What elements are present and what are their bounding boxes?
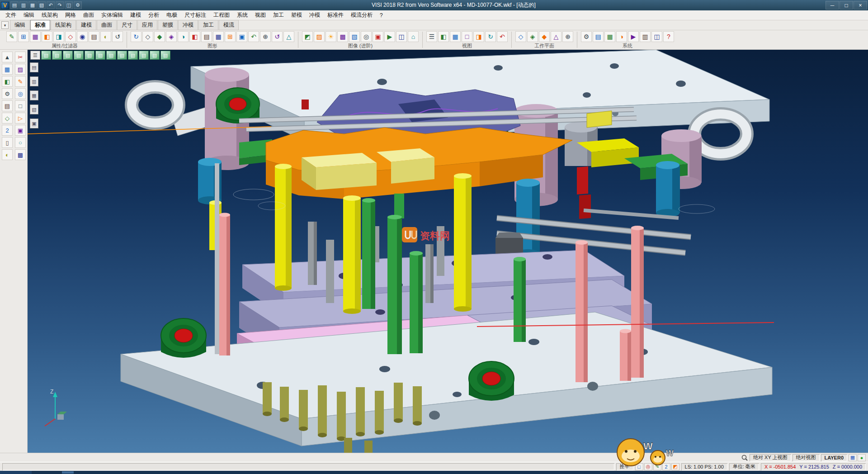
guide-bushing-bottom-left[interactable] [161,318,206,358]
workbench-tab[interactable]: 应用 [137,20,157,30]
workbench-tab[interactable]: 尺寸 [117,20,137,30]
grid-status-icon[interactable]: ▦ [849,454,857,461]
measure-icon[interactable]: ◇ [2,113,13,123]
blank-sheet-icon[interactable]: □ [15,100,26,111]
cube-back-icon[interactable]: ▧ [85,51,94,60]
hidden-line-icon[interactable]: ◈ [166,31,177,42]
menu-item[interactable]: 曲面 [80,10,98,20]
menu-item[interactable]: 系统 [233,10,251,20]
open-folder-icon[interactable]: ▥ [19,1,28,9]
grid-toggle-icon[interactable]: ▦ [213,31,224,42]
redraw-icon[interactable]: ↻ [131,31,142,42]
filter-surface-icon[interactable]: ◨ [53,31,64,42]
filter-wireframe-icon[interactable]: ◇ [65,31,76,42]
filter-solid-icon[interactable]: ◧ [42,31,52,42]
active-layer-cell[interactable]: LAYER0 [821,454,847,461]
view-list-icon[interactable]: ☰ [426,31,437,42]
workbench-tab[interactable]: 塑膜 [158,20,178,30]
view-front-icon[interactable]: □ [462,31,472,42]
shaded-view-icon[interactable]: ◆ [154,31,165,42]
new-document-icon[interactable]: ▤ [10,1,19,9]
workplane-xy-icon[interactable]: ◇ [515,31,526,42]
workbench-tab[interactable]: 建模 [76,20,96,30]
view-menu-icon[interactable]: ☰ [30,51,40,60]
ejector-pins-olive[interactable] [263,382,422,453]
undo-icon[interactable]: ↶ [47,1,55,9]
menu-item[interactable]: 线架构 [38,10,61,20]
menu-item[interactable]: 模流分析 [347,10,376,20]
pan-view-icon[interactable]: ⊕ [260,31,271,42]
workbench-tab[interactable]: 线架构 [51,20,76,30]
cube-top-icon[interactable]: ▧ [52,51,62,60]
menu-item[interactable]: 网格 [61,10,80,20]
notes-icon[interactable]: ▣ [15,125,26,136]
system-settings-icon[interactable]: ⚙ [581,31,592,42]
command-prompt-field[interactable] [2,463,614,470]
filter-color-icon[interactable]: ◐ [100,31,111,42]
workbench-tab[interactable]: 标准 [30,20,50,30]
menu-item[interactable]: 分析 [145,10,163,20]
connection-ok-icon[interactable]: ● [858,454,866,461]
select-icon[interactable]: ▲ [2,52,13,62]
erase-icon[interactable]: ▨ [15,64,26,75]
workspace-icon[interactable]: ◫ [65,1,73,9]
menu-item[interactable]: 电极 [163,10,181,20]
view-iso-icon[interactable]: ◧ [438,31,449,42]
menu-item[interactable]: 视图 [251,10,269,20]
workbench-tab[interactable]: 冲模 [178,20,198,30]
menu-item[interactable]: 标准件 [324,10,347,20]
menu-item[interactable]: 文件 [2,10,20,20]
minimize-button[interactable]: ─ [826,1,839,9]
section-view-icon[interactable]: ◧ [189,31,200,42]
render-icon[interactable]: ◩ [302,31,313,42]
database-icon[interactable]: ▥ [640,31,651,42]
iso-cube-icon[interactable]: ◧ [2,76,13,87]
clipboard-properties-icon[interactable]: ▤ [30,62,38,72]
cube-front-icon[interactable]: ▧ [74,51,84,60]
tab-overflow-button[interactable]: ▾ [1,21,9,29]
attribute-copy-icon[interactable]: ⊞ [18,31,29,42]
eye-bolt-left[interactable] [132,87,210,136]
mold-assembly-model[interactable]: 资料网 Z [28,50,868,453]
workplane-yz-icon[interactable]: ◈ [527,31,538,42]
cube-se-iso-icon[interactable]: ▧ [128,51,138,60]
trim-scissors-icon[interactable]: ✂ [15,52,26,62]
options-gear-icon[interactable]: ⚙ [74,1,82,9]
clipboard-copy-icon[interactable]: ▧ [30,104,38,114]
workbench-tab[interactable]: 曲面 [97,20,117,30]
filter-elements-icon[interactable]: ▦ [30,31,41,42]
transparency-icon[interactable]: ◑ [178,31,189,42]
filter-layer-icon[interactable]: ▤ [89,31,99,42]
save-icon[interactable]: ▦ [28,1,37,9]
camera-view-icon[interactable]: ◎ [361,31,372,42]
visibility-eye-icon[interactable]: ◎ [15,88,26,99]
macro-icon[interactable]: ▶ [628,31,639,42]
snapshot-icon[interactable]: ▣ [373,31,383,42]
color-table-icon[interactable]: ▦ [604,31,615,42]
cube-right-icon[interactable]: ▧ [106,51,116,60]
clipboard-list-icon[interactable]: ▥ [30,76,38,86]
menu-item[interactable]: ? [376,11,387,19]
menu-item[interactable]: 建模 [127,10,145,20]
shadow-toggle-icon[interactable]: △ [283,31,294,42]
workbench-tab[interactable]: 模流 [219,20,239,30]
view-right-icon[interactable]: ◨ [473,31,484,42]
cube-bottom-icon[interactable]: ▧ [63,51,73,60]
redo-icon[interactable]: ↷ [56,1,64,9]
transform-gear-icon[interactable]: ⚙ [2,88,13,99]
clipboard-lock-icon[interactable]: ▣ [30,118,38,128]
guide-bushing-bottom-right[interactable] [469,361,514,401]
clipboard-filter-icon[interactable]: ▦ [30,90,38,100]
menu-item[interactable]: 塑模 [288,10,306,20]
cube-nw-iso-icon[interactable]: ▧ [139,51,149,60]
filter-reset-icon[interactable]: ↺ [112,31,123,42]
menu-item[interactable]: 尺寸标注 [181,10,210,20]
units-icon[interactable]: ◑ [616,31,627,42]
layer-panel-icon[interactable]: ▤ [593,31,604,42]
view-previous-icon[interactable]: ↶ [497,31,508,42]
exit-door-icon[interactable]: ▯ [2,137,13,148]
menu-item[interactable]: 实体编辑 [98,10,127,20]
menu-item[interactable]: 工程图 [210,10,233,20]
workplane-3point-icon[interactable]: △ [551,31,561,42]
window-layout-icon[interactable]: ◫ [651,31,662,42]
